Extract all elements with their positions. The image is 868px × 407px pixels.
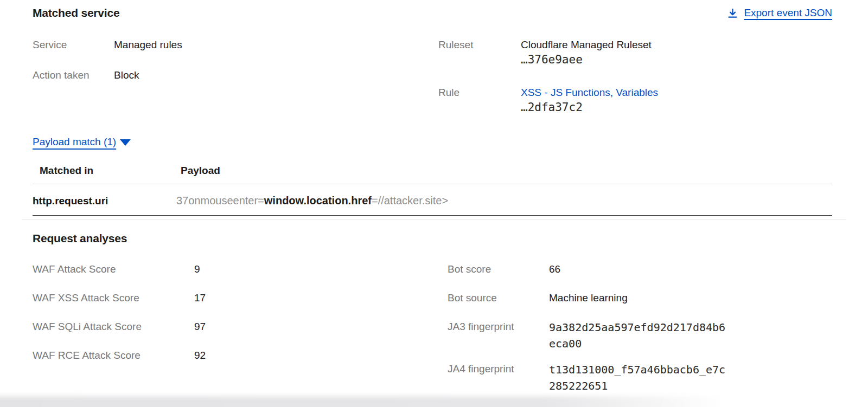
bot-source-value: Machine learning (549, 293, 628, 303)
waf-sqli-score-value: 97 (194, 321, 206, 332)
column-header-payload: Payload (176, 159, 832, 184)
ja3-fingerprint-value: 9a382d25aa597efd92d217d84b6eca00 (549, 319, 729, 352)
service-label: Service (33, 39, 114, 51)
matched-service-right-column: Ruleset Cloudflare Managed Ruleset …376e… (438, 39, 832, 134)
ruleset-id: …376e9aee (521, 51, 652, 68)
bot-score-row: Bot score 66 (448, 264, 832, 275)
ruleset-row: Ruleset Cloudflare Managed Ruleset …376e… (438, 39, 832, 68)
bot-score-label: Bot score (448, 264, 549, 275)
waf-attack-score-row: WAF Attack Score 9 (33, 264, 448, 275)
chevron-down-icon (120, 139, 131, 146)
payload-prefix: 37onmouseenter= (176, 195, 264, 206)
ja3-fingerprint-row: JA3 fingerprint 9a382d25aa597efd92d217d8… (448, 321, 832, 352)
matched-service-fields: Service Managed rules Action taken Block… (33, 39, 832, 134)
waf-sqli-score-row: WAF SQLi Attack Score 97 (33, 321, 448, 332)
matched-service-header: Matched service Export event JSON (33, 7, 832, 20)
bot-source-label: Bot source (448, 293, 549, 303)
payload-cell: 37onmouseenter=window.location.href=//at… (176, 184, 832, 216)
rule-id: …2dfa37c2 (521, 99, 658, 116)
bot-score-value: 66 (549, 264, 560, 275)
payload-match-toggle[interactable]: Payload match (1) (33, 135, 131, 148)
rule-link[interactable]: XSS - JS Functions, Variables (521, 87, 658, 98)
ja3-fingerprint-label: JA3 fingerprint (448, 321, 549, 352)
export-link-label: Export event JSON (744, 7, 832, 19)
payload-match-toggle-label: Payload match (1) (33, 135, 116, 148)
rule-label: Rule (438, 87, 521, 116)
request-analyses-right-column: Bot score 66 Bot source Machine learning… (448, 264, 832, 406)
bottom-page-fade (0, 396, 757, 407)
service-value: Managed rules (114, 39, 182, 51)
page-title: Matched service (33, 7, 119, 20)
waf-xss-score-value: 17 (194, 293, 206, 303)
action-taken-row: Action taken Block (33, 69, 438, 81)
service-row: Service Managed rules (33, 39, 438, 51)
table-header-row: Matched in Payload (33, 159, 832, 184)
waf-attack-score-value: 9 (194, 264, 200, 275)
download-icon (727, 8, 738, 19)
ja4-fingerprint-value: t13d131000_f57a46bbacb6_e7c285222651 (549, 361, 729, 394)
ruleset-label: Ruleset (438, 39, 521, 68)
request-analyses-left-column: WAF Attack Score 9 WAF XSS Attack Score … (33, 264, 448, 406)
request-analyses-title: Request analyses (33, 232, 127, 245)
action-taken-label: Action taken (33, 69, 114, 81)
matched-service-left-column: Service Managed rules Action taken Block (33, 39, 438, 134)
action-taken-value: Block (114, 69, 139, 81)
matched-in-cell: http.request.uri (33, 184, 176, 216)
waf-attack-score-label: WAF Attack Score (33, 264, 194, 275)
waf-rce-score-value: 92 (194, 350, 206, 361)
table-row: http.request.uri 37onmouseenter=window.l… (33, 184, 832, 216)
export-event-json-link[interactable]: Export event JSON (727, 7, 832, 19)
ruleset-value: Cloudflare Managed Ruleset (521, 39, 652, 51)
request-analyses-fields: WAF Attack Score 9 WAF XSS Attack Score … (33, 264, 832, 406)
waf-sqli-score-label: WAF SQLi Attack Score (33, 321, 194, 332)
payload-suffix: =//attacker.site> (372, 195, 448, 206)
waf-rce-score-row: WAF RCE Attack Score 92 (33, 350, 448, 361)
waf-xss-score-label: WAF XSS Attack Score (33, 293, 194, 303)
rule-row: Rule XSS - JS Functions, Variables …2dfa… (438, 87, 832, 116)
ja4-fingerprint-label: JA4 fingerprint (448, 364, 549, 394)
payload-match-table: Matched in Payload http.request.uri 37on… (33, 159, 832, 216)
section-divider (22, 219, 846, 220)
bot-source-row: Bot source Machine learning (448, 293, 832, 303)
waf-rce-score-label: WAF RCE Attack Score (33, 350, 194, 361)
ja4-fingerprint-row: JA4 fingerprint t13d131000_f57a46bbacb6_… (448, 364, 832, 394)
waf-xss-score-row: WAF XSS Attack Score 17 (33, 293, 448, 303)
firewall-event-details-panel: Matched service Export event JSON Servic… (0, 0, 868, 407)
column-header-matched-in: Matched in (33, 159, 176, 184)
payload-highlight: window.location.href (264, 195, 372, 206)
